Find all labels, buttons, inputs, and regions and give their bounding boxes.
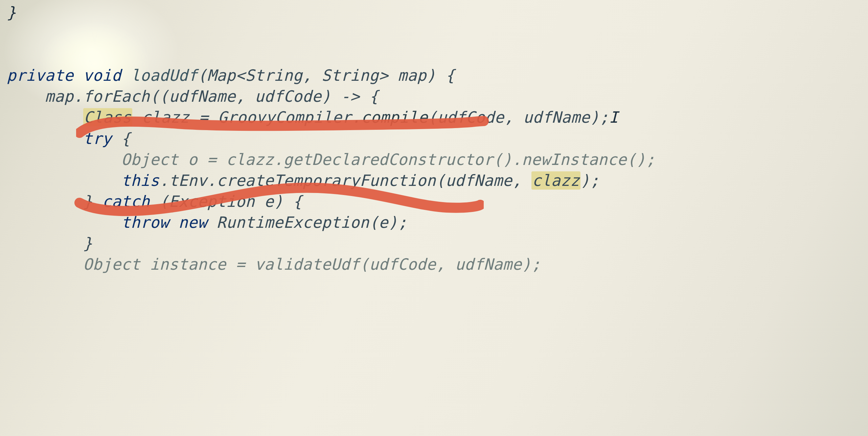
line-7: try {: [7, 129, 131, 148]
line-5: map.forEach((udfName, udfCode) -> {: [7, 87, 379, 105]
code-block: } private void loadUdf(Map<String, Strin…: [0, 2, 655, 275]
line-10: } catch (Exception e) {: [7, 192, 302, 211]
line-4: private void loadUdf(Map<String, String>…: [7, 66, 455, 84]
line-13: Object instance = validateUdf(udfCode, u…: [7, 255, 541, 273]
line-12: }: [7, 234, 93, 252]
line-8: Object o = clazz.getDeclaredConstructor(…: [7, 150, 655, 169]
line-6: Class clazz = GroovyCompiler.compile(udf…: [7, 108, 619, 126]
line-9: this.tEnv.createTemporaryFunction(udfNam…: [7, 171, 599, 190]
text-cursor: I: [609, 108, 618, 126]
line-1: }: [7, 3, 16, 22]
line-11: throw new RuntimeException(e);: [7, 213, 407, 232]
